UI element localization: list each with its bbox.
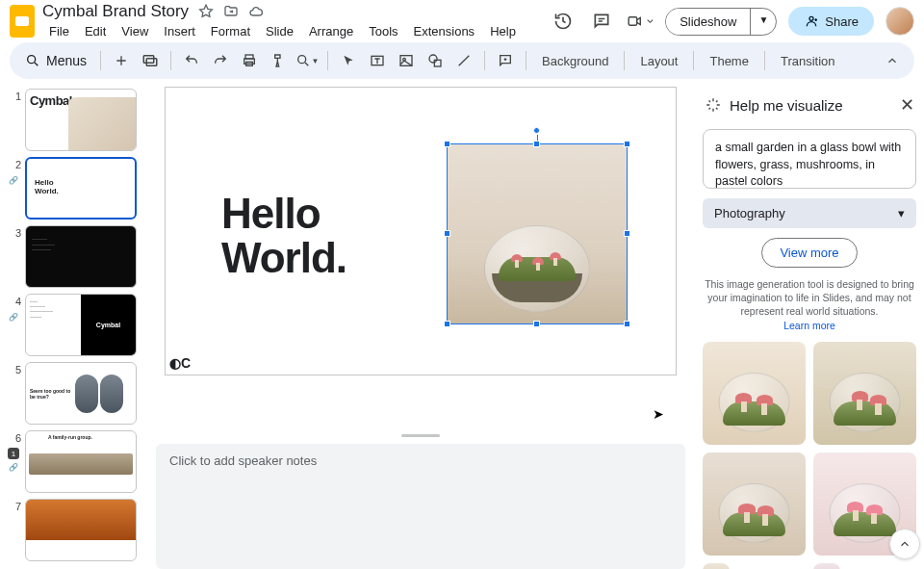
menu-insert[interactable]: Insert: [157, 22, 202, 40]
disclaimer-text: This image generation tool is designed t…: [703, 277, 916, 332]
slide-heading[interactable]: HelloWorld.: [221, 192, 346, 280]
textbox-tool[interactable]: [365, 48, 390, 73]
result-image-5[interactable]: [703, 563, 730, 569]
menu-help[interactable]: Help: [483, 22, 523, 40]
resize-handle[interactable]: [444, 230, 450, 237]
link-badge-icon: 🔗: [8, 174, 19, 186]
selected-image[interactable]: [447, 143, 628, 324]
slide-thumb-7[interactable]: [25, 499, 137, 561]
svg-point-7: [297, 56, 305, 64]
svg-point-11: [429, 55, 437, 63]
menu-view[interactable]: View: [115, 22, 155, 40]
share-label: Share: [825, 14, 859, 29]
result-image-1[interactable]: [703, 342, 806, 445]
doc-title[interactable]: Cymbal Brand Story: [42, 2, 189, 21]
resize-handle[interactable]: [533, 321, 540, 327]
resize-handle[interactable]: [444, 141, 450, 147]
resize-handle[interactable]: [624, 321, 630, 327]
menu-file[interactable]: File: [42, 22, 76, 40]
layout-button[interactable]: Layout: [632, 54, 685, 68]
thumb-number: 5: [0, 362, 21, 375]
thumb-number: 4 🔗: [0, 294, 21, 307]
svg-point-1: [28, 56, 36, 64]
transition-button[interactable]: Transition: [773, 54, 843, 68]
slideshow-dropdown[interactable]: ▼: [750, 9, 776, 35]
notes-resize-handle[interactable]: [156, 433, 685, 438]
learn-more-link[interactable]: Learn more: [783, 320, 835, 331]
slide-thumb-2[interactable]: Hello World.: [25, 157, 137, 220]
shape-tool[interactable]: [423, 48, 448, 73]
result-image-3[interactable]: [703, 453, 806, 556]
search-menus[interactable]: Menus: [19, 53, 92, 68]
speaker-notes[interactable]: Click to add speaker notes: [156, 444, 685, 569]
menu-arrange[interactable]: Arrange: [302, 22, 360, 40]
paint-format-button[interactable]: [266, 48, 291, 73]
link-badge-icon: 🔗: [8, 311, 19, 323]
result-image-2[interactable]: [813, 342, 916, 445]
scroll-top-button[interactable]: [889, 529, 920, 559]
thumb-number: 6 1🔗: [0, 430, 21, 444]
share-button[interactable]: Share: [788, 7, 874, 36]
menu-edit[interactable]: Edit: [78, 22, 113, 40]
history-icon[interactable]: [550, 8, 577, 35]
chevron-down-icon: ▾: [898, 206, 905, 220]
view-more-button[interactable]: View more: [761, 238, 857, 268]
menu-slide[interactable]: Slide: [259, 22, 300, 40]
comment-tool[interactable]: [493, 48, 518, 73]
account-avatar[interactable]: [886, 7, 914, 36]
toolbar: Menus ▼ Background Layout Theme Transiti…: [10, 42, 914, 79]
svg-rect-12: [434, 60, 441, 66]
theme-button[interactable]: Theme: [702, 54, 756, 68]
slide-thumb-3[interactable]: ―――――――――――――――: [25, 225, 137, 288]
zoom-button[interactable]: ▼: [295, 48, 320, 73]
resize-handle[interactable]: [624, 230, 630, 237]
rotate-handle[interactable]: [533, 127, 540, 134]
thumb-number: 7: [0, 499, 21, 512]
close-panel-button[interactable]: ✕: [900, 94, 914, 116]
new-slide-button[interactable]: [109, 48, 134, 73]
star-icon[interactable]: [198, 4, 214, 19]
meet-button[interactable]: [627, 8, 654, 35]
menu-bar: File Edit View Insert Format Slide Arran…: [42, 22, 542, 40]
comment-badge-icon: 1: [8, 448, 19, 459]
menu-format[interactable]: Format: [204, 22, 257, 40]
comments-icon[interactable]: [588, 8, 615, 35]
line-tool[interactable]: [451, 48, 476, 73]
print-button[interactable]: [237, 48, 262, 73]
move-folder-icon[interactable]: [223, 4, 239, 19]
slide-thumb-6[interactable]: A family-run group.: [25, 430, 137, 493]
resize-handle[interactable]: [533, 141, 540, 147]
canvas-area: HelloWorld. ◐C: [152, 87, 695, 569]
undo-button[interactable]: [179, 48, 204, 73]
new-with-layout-button[interactable]: [138, 48, 163, 73]
slide-thumb-1[interactable]: Cymbal: [25, 89, 137, 151]
resize-handle[interactable]: [444, 321, 450, 327]
thumb-number: 2 🔗: [0, 157, 21, 170]
cloud-status-icon[interactable]: [248, 4, 264, 19]
slides-logo[interactable]: [10, 5, 35, 38]
menu-extensions[interactable]: Extensions: [407, 22, 482, 40]
slideshow-button[interactable]: Slideshow: [666, 9, 750, 35]
image-tool[interactable]: [394, 48, 419, 73]
filmstrip[interactable]: 1 Cymbal 2 🔗 Hello World. 3 ――――――――――――…: [0, 87, 152, 569]
help-me-visualize-panel: Help me visualize ✕ a small garden in a …: [695, 87, 924, 569]
slide-thumb-5[interactable]: Seem too good to be true?: [25, 362, 137, 425]
result-image-6[interactable]: [813, 563, 840, 569]
select-tool[interactable]: [336, 48, 361, 73]
thumb-number: 1: [0, 89, 21, 102]
results-grid: [703, 342, 916, 569]
slide-canvas[interactable]: HelloWorld. ◐C: [165, 87, 677, 375]
style-dropdown[interactable]: Photography ▾: [703, 198, 916, 228]
link-badge-icon: 🔗: [8, 461, 19, 473]
thumb-number: 3: [0, 225, 21, 239]
footer-logo: ◐C: [169, 355, 191, 371]
resize-handle[interactable]: [624, 141, 630, 147]
slide-thumb-4[interactable]: ――――――――――――――― Cymbal: [25, 294, 137, 356]
menu-tools[interactable]: Tools: [362, 22, 404, 40]
slideshow-button-group: Slideshow ▼: [665, 8, 777, 36]
style-value: Photography: [714, 206, 785, 220]
background-button[interactable]: Background: [534, 54, 616, 68]
collapse-toolbar-button[interactable]: [880, 48, 905, 73]
redo-button[interactable]: [208, 48, 233, 73]
prompt-input[interactable]: a small garden in a glass bowl with flow…: [703, 129, 916, 189]
